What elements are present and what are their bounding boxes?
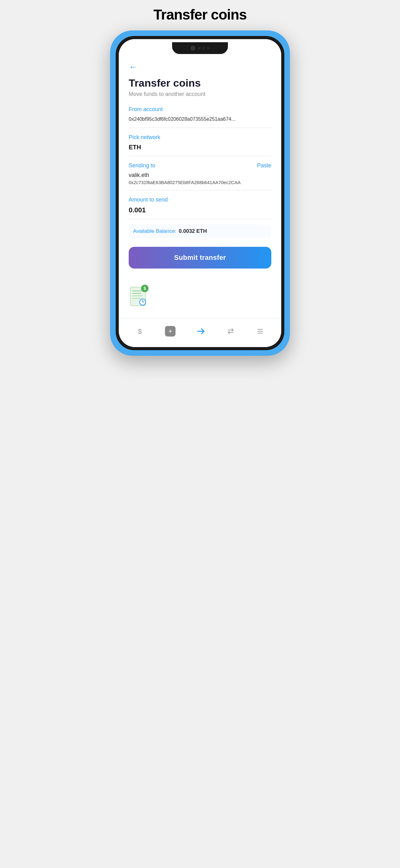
sending-to-label: Sending to xyxy=(129,162,155,169)
recipient-address[interactable]: 0x2c731f6aE63BA80275Eb8FA268b641AA70ec2C… xyxy=(129,180,271,190)
add-box-icon: + xyxy=(165,326,175,337)
notch xyxy=(172,42,228,54)
amount-to-send-section: Amount to send 0.001 xyxy=(129,196,271,219)
balance-value: 0.0032 ETH xyxy=(179,228,207,235)
nav-item-dollar[interactable]: $ xyxy=(131,325,148,337)
list-icon xyxy=(256,327,265,336)
camera-cutout xyxy=(191,46,195,50)
send-arrow-icon xyxy=(197,327,205,336)
app-content: ← Transfer coins Move funds to another a… xyxy=(119,55,281,281)
svg-text:$: $ xyxy=(143,286,146,291)
page-title: Transfer coins xyxy=(154,6,246,23)
network-value[interactable]: ETH xyxy=(129,144,271,156)
svg-text:$: $ xyxy=(138,328,142,335)
pick-network-label: Pick network xyxy=(129,134,271,141)
back-button[interactable]: ← xyxy=(129,62,137,72)
sensor-2 xyxy=(202,47,205,49)
receipt-icon: $ xyxy=(129,284,151,307)
notch-bar xyxy=(119,39,281,55)
dollar-icon: $ xyxy=(135,327,144,336)
nav-item-transfer[interactable] xyxy=(222,325,239,337)
submit-transfer-button[interactable]: Submit transfer xyxy=(129,247,271,269)
phone-screen: ← Transfer coins Move funds to another a… xyxy=(119,39,281,347)
nav-item-send[interactable] xyxy=(192,325,210,337)
receipt-illustration: $ xyxy=(129,284,154,309)
page-wrapper: Transfer coins xyxy=(100,6,300,356)
phone-inner: ← Transfer coins Move funds to another a… xyxy=(116,36,284,350)
bottom-nav: $ + xyxy=(119,318,281,347)
sending-to-header: Sending to Paste xyxy=(129,162,271,169)
pick-network-section: Pick network ETH xyxy=(129,134,271,156)
nav-item-list[interactable] xyxy=(252,325,269,337)
phone-shell: ← Transfer coins Move funds to another a… xyxy=(110,30,290,356)
balance-row: Available Balance: 0.0032 ETH xyxy=(129,224,271,238)
recipient-name: valik.eth xyxy=(129,172,271,179)
screen-title: Transfer coins xyxy=(129,77,271,89)
amount-to-send-label: Amount to send xyxy=(129,196,271,203)
sensor-3 xyxy=(207,47,209,49)
sensor-area xyxy=(198,47,209,49)
from-account-label: From account xyxy=(129,106,271,113)
illustration-area: $ xyxy=(119,281,281,318)
from-account-value[interactable]: 0x240bf95c3df6fc0206028a073555e251aa674.… xyxy=(129,116,271,128)
transfer-arrows-icon xyxy=(226,327,235,336)
nav-item-add[interactable]: + xyxy=(161,324,180,338)
screen-subtitle: Move funds to another account xyxy=(129,91,271,97)
from-account-section: From account 0x240bf95c3df6fc0206028a073… xyxy=(129,106,271,128)
sending-to-section: Sending to Paste valik.eth 0x2c731f6aE63… xyxy=(129,162,271,190)
balance-label: Available Balance: xyxy=(133,228,176,235)
sensor-1 xyxy=(198,47,201,49)
amount-value[interactable]: 0.001 xyxy=(129,206,271,219)
paste-button[interactable]: Paste xyxy=(257,162,271,169)
